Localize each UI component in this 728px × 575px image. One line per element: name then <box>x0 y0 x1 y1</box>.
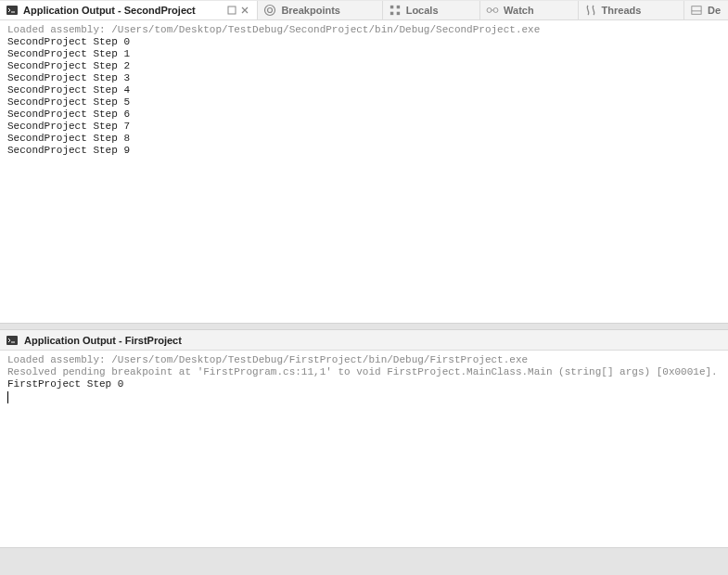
svg-point-9 <box>487 8 492 13</box>
top-output-panel: Application Output - SecondProject Break… <box>0 0 728 323</box>
tab-label: Locals <box>406 5 439 16</box>
tab-locals[interactable]: Locals <box>383 1 480 19</box>
output-line: SecondProject Step 3 <box>7 72 721 84</box>
watch-icon <box>486 4 499 17</box>
svg-rect-2 <box>228 6 236 14</box>
close-icon[interactable] <box>240 6 249 15</box>
output-line: SecondProject Step 1 <box>7 48 721 60</box>
output-line: SecondProject Step 5 <box>7 96 721 109</box>
locals-icon <box>389 4 402 17</box>
threads-icon <box>584 4 597 17</box>
svg-point-3 <box>265 6 275 16</box>
svg-rect-6 <box>396 6 399 8</box>
splitter-bar[interactable] <box>0 323 728 330</box>
tab-label: Application Output - SecondProject <box>23 5 196 16</box>
text-caret <box>7 391 721 403</box>
output-line: SecondProject Step 7 <box>7 121 721 133</box>
footer-bar <box>0 547 728 575</box>
output-firstproject[interactable]: Loaded assembly: /Users/tom/Desktop/Test… <box>0 351 728 547</box>
svg-point-10 <box>493 8 498 13</box>
output-secondproject[interactable]: Loaded assembly: /Users/tom/Desktop/Test… <box>0 20 728 323</box>
panel-icon <box>690 4 703 17</box>
tab-breakpoints[interactable]: Breakpoints <box>258 1 382 19</box>
resolved-breakpoint-line: Resolved pending breakpoint at 'FirstPro… <box>7 366 721 378</box>
svg-point-4 <box>268 8 273 13</box>
svg-rect-14 <box>6 336 18 345</box>
svg-rect-0 <box>6 6 18 15</box>
output-line: SecondProject Step 4 <box>7 84 721 96</box>
tab-watch[interactable]: Watch <box>480 1 578 19</box>
tabbar: Application Output - SecondProject Break… <box>0 0 728 20</box>
tab-label: De <box>708 5 721 16</box>
output-line: SecondProject Step 0 <box>7 36 721 48</box>
tab-de-truncated[interactable]: De <box>684 1 728 19</box>
loaded-assembly-line: Loaded assembly: /Users/tom/Desktop/Test… <box>7 354 721 366</box>
svg-rect-8 <box>396 12 399 15</box>
minimize-icon[interactable] <box>227 6 236 15</box>
bottom-output-panel: Application Output - FirstProject Loaded… <box>0 330 728 575</box>
titlebar-firstproject: Application Output - FirstProject <box>0 330 728 351</box>
svg-rect-5 <box>390 6 393 8</box>
tab-application-output-secondproject[interactable]: Application Output - SecondProject <box>0 1 258 19</box>
tab-label: Breakpoints <box>281 5 340 16</box>
tab-label: Threads <box>602 5 642 16</box>
tab-label: Watch <box>504 5 534 16</box>
loaded-assembly-line: Loaded assembly: /Users/tom/Desktop/Test… <box>7 24 721 36</box>
output-line: FirstProject Step 0 <box>7 378 721 390</box>
terminal-icon <box>6 334 19 347</box>
breakpoint-icon <box>263 4 276 17</box>
svg-rect-7 <box>390 12 393 15</box>
output-line: SecondProject Step 2 <box>7 60 721 72</box>
panel-title: Application Output - FirstProject <box>24 335 182 346</box>
svg-rect-12 <box>692 6 701 15</box>
terminal-icon <box>6 4 19 17</box>
tab-threads[interactable]: Threads <box>579 1 684 19</box>
output-line: SecondProject Step 9 <box>7 145 721 157</box>
output-line: SecondProject Step 6 <box>7 109 721 121</box>
output-line: SecondProject Step 8 <box>7 133 721 145</box>
